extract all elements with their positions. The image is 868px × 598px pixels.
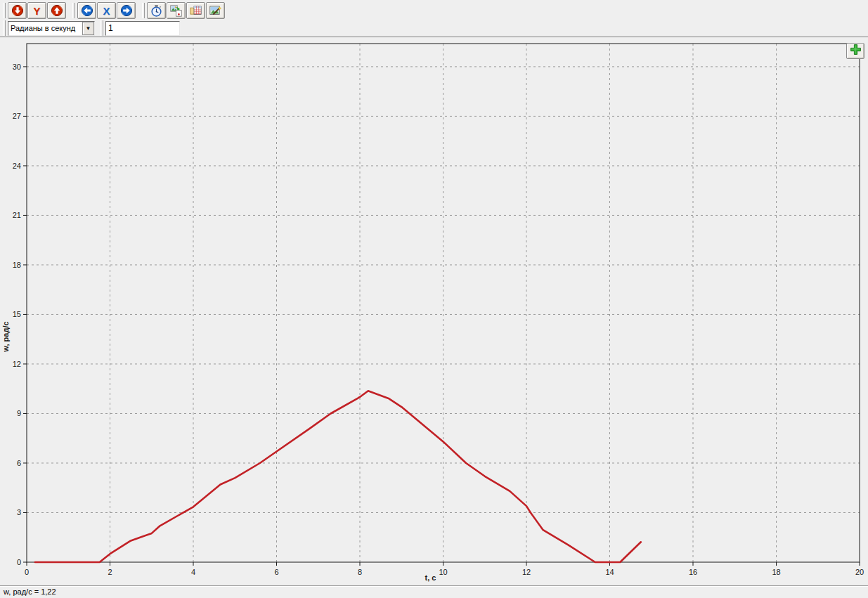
value-input[interactable]: [105, 21, 180, 36]
svg-text:27: 27: [13, 112, 21, 120]
svg-text:15: 15: [13, 310, 21, 318]
picture-export-icon: [170, 5, 182, 17]
main-toolbar: Y: [0, 0, 868, 20]
y-axis-button[interactable]: Y: [27, 2, 46, 19]
toolbar-grip: [142, 3, 145, 18]
svg-text:21: 21: [13, 211, 21, 219]
y-scale-down-button[interactable]: [8, 2, 27, 19]
unit-select-dropdown-button[interactable]: ▼: [82, 22, 94, 35]
toolbar-grip: [101, 20, 103, 36]
stopwatch-button[interactable]: [147, 2, 166, 19]
blue-arrow-left-icon: [81, 4, 93, 17]
stopwatch-icon: [150, 5, 162, 17]
svg-text:12: 12: [13, 360, 21, 368]
x-axis-title: t, c: [0, 573, 861, 582]
x-scale-right-button[interactable]: [117, 2, 136, 19]
x-scale-left-button[interactable]: [77, 2, 96, 19]
red-arrow-down-icon: [11, 4, 24, 17]
velocity-curve: [35, 391, 641, 562]
chart-panel: 03691215182124273002468101214161820 w, р…: [0, 37, 868, 585]
svg-text:3: 3: [17, 508, 21, 516]
svg-text:9: 9: [17, 409, 21, 417]
status-bar: w, рад/с = 1,22: [0, 585, 868, 598]
table-copy-icon: [190, 5, 202, 17]
y-scale-up-button[interactable]: [47, 2, 66, 19]
app-window: Y: [0, 0, 868, 598]
green-plus-icon: [850, 44, 862, 58]
tools-group: [139, 2, 226, 19]
export-image-button[interactable]: [167, 2, 186, 19]
status-readout: w, рад/с = 1,22: [1, 587, 56, 596]
svg-text:0: 0: [17, 558, 21, 566]
toolbar-grip: [3, 20, 6, 36]
chevron-down-icon: ▼: [86, 25, 91, 32]
toolbar-grip: [72, 3, 75, 18]
y-axis-letter: Y: [33, 6, 40, 16]
x-axis-group: X: [70, 2, 136, 19]
picture-wand-icon: [209, 5, 221, 17]
copy-table-button[interactable]: [186, 2, 205, 19]
x-axis-letter: X: [103, 6, 110, 16]
svg-text:24: 24: [13, 162, 21, 170]
svg-text:6: 6: [17, 459, 21, 467]
unit-select[interactable]: Радианы в секунд ▼: [8, 21, 95, 36]
blue-arrow-right-icon: [120, 4, 133, 17]
svg-text:30: 30: [13, 63, 21, 71]
red-arrow-up-icon: [51, 4, 63, 17]
x-axis-button[interactable]: X: [97, 2, 116, 19]
y-axis-title: w, рад/с: [1, 316, 10, 358]
toolbar-grip: [3, 3, 6, 18]
chart-plot[interactable]: 03691215182124273002468101214161820: [0, 37, 868, 586]
controls-toolbar: Радианы в секунд ▼: [0, 20, 868, 37]
unit-select-value: Радианы в секунд: [8, 22, 82, 35]
zoom-in-button[interactable]: [846, 43, 864, 59]
svg-text:18: 18: [13, 261, 21, 269]
y-axis-group: Y: [0, 2, 67, 19]
chart-wizard-button[interactable]: [206, 2, 225, 19]
